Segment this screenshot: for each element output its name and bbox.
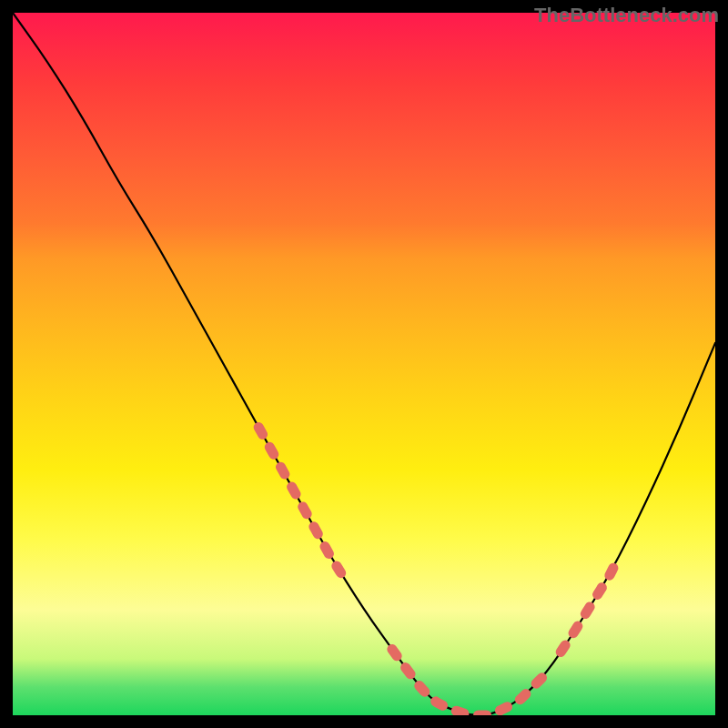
plot-area <box>13 13 715 715</box>
highlight-segments <box>258 427 617 715</box>
chart-svg <box>13 13 715 715</box>
bottleneck-curve <box>13 13 715 715</box>
highlight-segment <box>392 649 547 715</box>
watermark-text: TheBottleneck.com <box>534 4 719 27</box>
